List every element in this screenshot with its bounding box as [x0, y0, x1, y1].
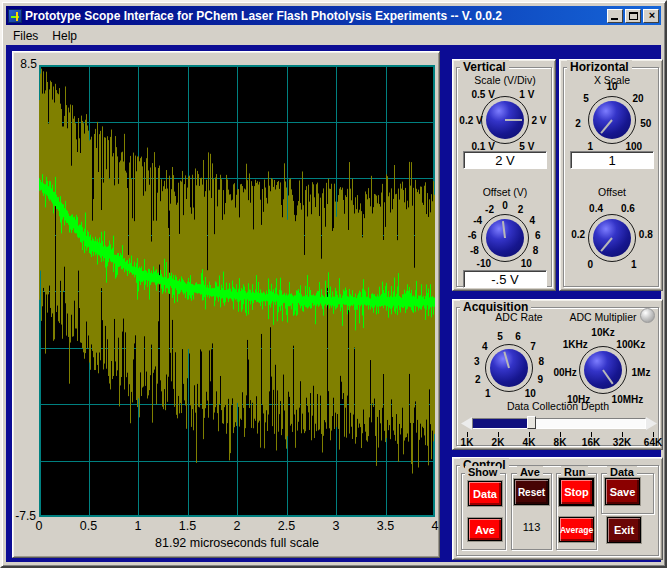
data-collection-depth-label: Data Collection Depth: [507, 400, 609, 412]
knob-tick-label: 100: [626, 141, 643, 152]
minimize-button[interactable]: [607, 9, 623, 23]
x-axis-tick-label: 1: [135, 519, 142, 533]
knob-tick-label: 3: [474, 356, 480, 367]
knob-tick-label: 2: [575, 117, 581, 128]
status-led: [640, 308, 655, 323]
run-average-button[interactable]: Average: [559, 517, 594, 542]
vertical-offset-value[interactable]: -.5 V: [463, 270, 547, 288]
knob-tick-label: 10Kz: [591, 327, 614, 338]
client-area: 8.5 -7.5 00.511.522.533.54 81.92 microse…: [6, 45, 661, 562]
knob-pointer: [505, 119, 522, 121]
slider-tick-label: 4K: [523, 437, 536, 448]
knob-tick-label: 5 V: [519, 141, 534, 152]
exit-button[interactable]: Exit: [607, 517, 641, 543]
menu-bar: Files Help: [6, 26, 661, 45]
slider-tick-label: 64K: [644, 437, 662, 448]
knob-tick-label: 100Kz: [616, 339, 645, 350]
x-axis-tick-label: 4: [432, 519, 439, 533]
knob-tick-label: 0.2 V: [459, 115, 482, 126]
scope-caption: 81.92 microseconds full scale: [39, 536, 435, 550]
slider-tick-label: 2K: [492, 437, 505, 448]
horizontal-group-title: Horizontal: [567, 60, 632, 74]
knob-tick-label: -4: [473, 214, 482, 225]
slider-right-arrow-icon[interactable]: [646, 417, 657, 430]
window-title: Prototype Scope Interface for PChem Lase…: [25, 9, 502, 23]
knob-tick-label: 2 V: [531, 115, 546, 126]
vertical-panel: Vertical Scale (V/Div) 0.1 V0.2 V0.5 V1 …: [452, 59, 556, 291]
run-stop-button[interactable]: Stop: [559, 478, 594, 506]
vertical-scale-label: Scale (V/Div): [474, 74, 535, 86]
knob-tick-label: 10: [606, 81, 617, 92]
slider-thumb[interactable]: [527, 416, 536, 429]
knob-tick-label: 9: [537, 373, 543, 384]
x-axis-tick-label: 1.5: [179, 519, 196, 533]
show-group-title: Show: [465, 466, 500, 478]
knob-tick-label: 1: [485, 388, 491, 399]
menu-files[interactable]: Files: [6, 28, 45, 44]
slider-tick-label: 1K: [461, 437, 474, 448]
knob-tick-label: 2: [475, 373, 481, 384]
vertical-offset-label: Offset (V): [483, 186, 528, 198]
knob-tick-label: 1Mz: [631, 366, 650, 377]
application-window: Prototype Scope Interface for PChem Lase…: [0, 0, 667, 568]
run-group-title: Run: [561, 466, 588, 478]
close-button[interactable]: ×: [643, 9, 659, 23]
scope-plot: [39, 65, 435, 517]
maximize-button[interactable]: [625, 9, 641, 23]
knob-tick-label: 4: [482, 340, 488, 351]
x-axis-tick-label: 2: [234, 519, 241, 533]
knob-tick-label: -6: [468, 229, 477, 240]
y-axis-top-label: 8.5: [14, 57, 37, 71]
slider-track[interactable]: [472, 418, 646, 429]
menu-help[interactable]: Help: [45, 28, 84, 44]
adc-rate-label: ADC Rate: [495, 311, 542, 323]
ave-reset-button[interactable]: Reset: [514, 479, 549, 505]
knob-tick-label: 1: [631, 259, 637, 270]
vertical-scale-value[interactable]: 2 V: [463, 151, 547, 169]
knob-tick-label: 6: [535, 229, 541, 240]
knob-tick-label: 7: [530, 340, 536, 351]
knob-tick-label: 10: [525, 388, 536, 399]
knob-tick-label: 20: [632, 93, 643, 104]
knob-tick-label: 1KHz: [563, 339, 588, 350]
average-count: 113: [514, 521, 549, 533]
x-axis-tick-label: 3.5: [377, 519, 394, 533]
knob-tick-label: 5: [497, 331, 503, 342]
maximize-icon: [629, 12, 638, 20]
x-scale-value[interactable]: 1: [570, 151, 654, 169]
knob-tick-label: 00Hz: [553, 366, 576, 377]
knob-face[interactable]: [486, 219, 524, 257]
slider-tick-label: 16K: [582, 437, 600, 448]
knob-tick-label: 8: [533, 245, 539, 256]
knob-tick-label: 0: [502, 200, 508, 211]
ave-group-title: Ave: [517, 466, 543, 478]
knob-tick-label: 10MHz: [612, 394, 644, 405]
x-axis-tick-label: 2.5: [278, 519, 295, 533]
knob-tick-label: 10: [521, 258, 532, 269]
knob-tick-label: 0.5 V: [471, 88, 494, 99]
knob-tick-label: 6: [515, 331, 521, 342]
control-panel: Control Show Data Ave Ave Reset 113 Run …: [452, 457, 663, 560]
knob-tick-label: 1: [587, 141, 593, 152]
slider-tick-label: 8K: [554, 437, 567, 448]
knob-tick-label: 0.1 V: [471, 141, 494, 152]
scope-panel: 8.5 -7.5 00.511.522.533.54 81.92 microse…: [12, 51, 440, 558]
minimize-icon: [611, 18, 618, 20]
data-group-title: Data: [607, 466, 637, 478]
knob-face[interactable]: [490, 349, 528, 387]
x-axis-tick-label: 0: [36, 519, 43, 533]
slider-left-arrow-icon[interactable]: [461, 417, 472, 430]
title-bar[interactable]: Prototype Scope Interface for PChem Lase…: [6, 6, 661, 25]
app-icon: [8, 9, 22, 23]
data-save-button[interactable]: Save: [605, 478, 640, 505]
slider-fill: [473, 419, 528, 428]
data-collection-depth-slider[interactable]: [461, 416, 657, 431]
knob-tick-label: 1 V: [519, 88, 534, 99]
knob-tick-label: 50: [640, 117, 651, 128]
knob-tick-label: -2: [485, 203, 494, 214]
knob-tick-label: 5: [583, 93, 589, 104]
vertical-group-title: Vertical: [460, 60, 509, 74]
show-ave-button[interactable]: Ave: [468, 518, 502, 541]
slider-tick-label: 32K: [613, 437, 631, 448]
show-data-button[interactable]: Data: [468, 481, 502, 506]
